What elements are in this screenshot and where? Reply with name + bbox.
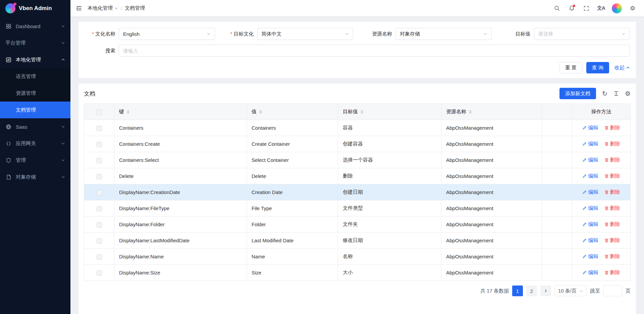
notification-bell-icon[interactable] [565,2,578,15]
edit-button[interactable]: 编辑 [582,221,598,228]
sidebar-item-dashboard[interactable]: Dashboard [0,18,70,35]
column-header-target-value[interactable]: 目标值 [338,104,441,120]
row-checkbox[interactable] [97,174,102,179]
row-checkbox[interactable] [97,222,102,228]
menu-fold-icon[interactable] [76,5,82,11]
collapse-button[interactable]: 收起 [614,65,630,71]
edit-label: 编辑 [588,221,598,228]
app-logo[interactable]: Vben Admin [0,0,70,16]
cell-value: Size [247,265,338,281]
delete-button[interactable]: 删除 [604,125,620,131]
row-checkbox-cell [84,168,114,184]
row-checkbox[interactable] [97,142,102,147]
cell-resource: AbpOssManagement [441,233,542,249]
column-header-key[interactable]: 键 [114,104,247,120]
refresh-icon[interactable]: ↻ [602,90,607,98]
row-checkbox-cell [84,136,114,152]
table-row[interactable]: DisplayName:Name Name 名称 AbpOssManagemen… [84,249,631,265]
fullscreen-icon[interactable] [580,2,593,15]
edit-button[interactable]: 编辑 [582,269,598,276]
table-row[interactable]: DisplayName:CreationDate Creation Date 创… [84,184,631,200]
edit-button[interactable]: 编辑 [582,173,598,179]
chevron-down-icon [61,175,65,179]
cell-actions: 编辑 删除 [572,168,631,184]
row-checkbox[interactable] [97,126,102,131]
page-button-1[interactable]: 1 [512,286,523,296]
target-culture-select[interactable]: 简体中文 [257,28,354,40]
next-page-button[interactable] [540,286,551,296]
select-value: English [123,31,140,37]
edit-button[interactable]: 编辑 [582,157,598,163]
delete-button[interactable]: 删除 [604,157,620,163]
table-row[interactable]: Containers Containers 容器 AbpOssManagemen… [84,120,631,136]
resource-name-select[interactable]: 对象存储 [395,28,492,40]
delete-button[interactable]: 删除 [604,253,620,260]
delete-button[interactable]: 删除 [604,205,620,211]
query-button[interactable]: 查 询 [586,62,609,73]
delete-button[interactable]: 删除 [604,189,620,195]
edit-button[interactable]: 编辑 [582,141,598,147]
edit-button[interactable]: 编辑 [582,237,598,244]
sidebar-item-document-mgmt[interactable]: 文档管理 [0,102,70,118]
cell-target: 名称 [338,249,441,265]
delete-label: 删除 [610,189,620,195]
page-button-2[interactable]: 2 [526,286,537,296]
sort-icons[interactable] [127,110,129,114]
avatar[interactable] [612,3,622,13]
row-checkbox[interactable] [97,254,102,260]
delete-button[interactable]: 删除 [604,141,620,147]
row-checkbox[interactable] [97,270,102,276]
table-row[interactable]: DisplayName:Folder Folder 文件夹 AbpOssMana… [84,216,631,233]
sidebar-item-saas[interactable]: Saas [0,118,70,135]
column-header-actions: 操作方法 [572,104,631,120]
edit-button[interactable]: 编辑 [582,189,598,195]
table-row[interactable]: DisplayName:Size Size 大小 AbpOssManagemen… [84,265,631,281]
sidebar-item-object-storage[interactable]: 对象存储 [0,169,70,185]
select-all-checkbox[interactable] [97,110,102,115]
culture-name-select[interactable]: English [119,28,215,40]
translate-icon[interactable]: 文A [594,2,608,15]
app-root: Vben Admin Dashboard 平台管理 本地化管理 [0,0,644,314]
column-settings-icon[interactable]: ⚙ [625,90,631,98]
sidebar-item-localization-mgmt[interactable]: 本地化管理 [0,51,70,68]
settings-gear-icon[interactable]: ⚙ [626,2,639,15]
delete-button[interactable]: 删除 [604,221,620,228]
edit-button[interactable]: 编辑 [582,205,598,211]
row-checkbox[interactable] [97,238,102,244]
row-checkbox[interactable] [97,190,102,195]
sidebar-item-resource-mgmt[interactable]: 资源管理 [0,85,70,102]
table-row[interactable]: DisplayName:FileType File Type 文件类型 AbpO… [84,200,631,216]
sort-icons[interactable] [361,110,363,114]
edit-button[interactable]: 编辑 [582,253,598,260]
search-input[interactable] [123,48,626,54]
add-document-button[interactable]: 添加新文档 [559,88,596,99]
target-value-select[interactable]: 请选择 [534,28,630,40]
sidebar-item-language-mgmt[interactable]: 语言管理 [0,68,70,85]
table-row[interactable]: Delete Delete 删除 AbpOssManagement 编辑 删除 [84,168,631,184]
sort-icons[interactable] [259,110,262,114]
row-checkbox[interactable] [97,158,102,163]
delete-button[interactable]: 删除 [604,173,620,179]
search-icon[interactable] [550,2,564,15]
cell-actions: 编辑 删除 [572,184,631,200]
sidebar-item-app-gateway[interactable]: 应用网关 [0,135,70,152]
cell-resource: AbpOssManagement [441,120,542,136]
row-checkbox[interactable] [97,206,102,211]
delete-button[interactable]: 删除 [604,237,620,244]
sort-icons[interactable] [469,110,472,114]
page-size-select[interactable]: 10 条/页 [554,286,587,296]
reset-button[interactable]: 重 置 [559,62,582,73]
column-header-value[interactable]: 值 [247,104,338,120]
row-height-icon[interactable] [613,91,619,96]
breadcrumb-parent[interactable]: 本地化管理 [88,5,118,11]
column-header-resource-name[interactable]: 资源名称 [441,104,542,120]
table-row[interactable]: DisplayName:LastModifiedDate Last Modifi… [84,233,631,249]
jump-page-input[interactable] [603,286,622,296]
cell-target: 删除 [338,168,441,184]
table-row[interactable]: Containers:Select Select Container 选择一个容… [84,152,631,168]
sidebar-item-management[interactable]: 管理 [0,152,70,169]
delete-button[interactable]: 删除 [604,269,620,276]
edit-button[interactable]: 编辑 [582,125,598,131]
table-row[interactable]: Containers:Create Create Container 创建容器 … [84,136,631,152]
sidebar-item-platform-mgmt[interactable]: 平台管理 [0,35,70,51]
